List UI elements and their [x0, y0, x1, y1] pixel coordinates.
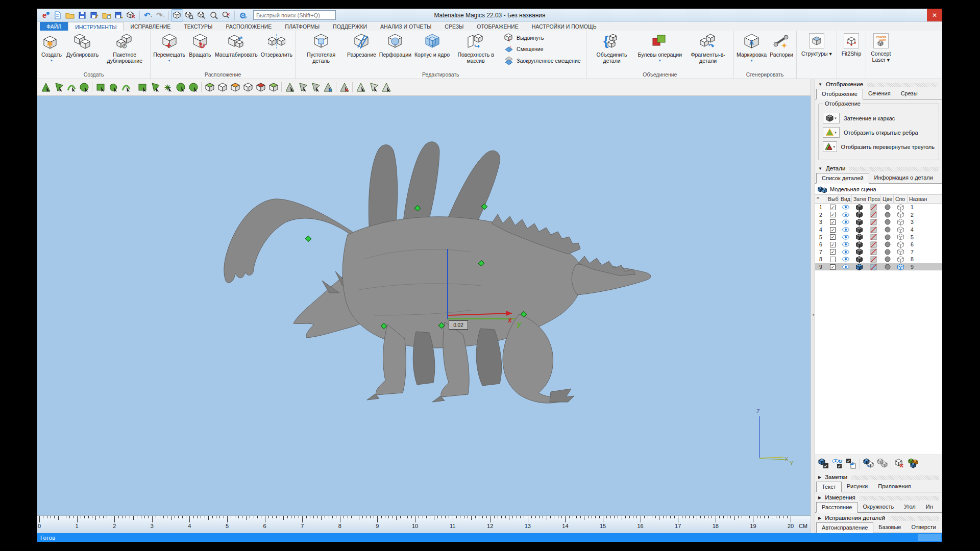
unmark-triangle-icon[interactable]: [283, 81, 296, 94]
column-header-5[interactable]: Цве: [881, 195, 894, 203]
mode-cube-icon[interactable]: [894, 241, 908, 248]
measurements-tab-угол[interactable]: Угол: [899, 502, 921, 512]
ribbon-button-concept-laser[interactable]: CONCEPTLASER ConceptLaser ▾: [866, 31, 895, 79]
parts-tab-список-деталей[interactable]: Список деталей: [816, 173, 869, 184]
openedge-icon-button[interactable]: ▾: [823, 127, 840, 138]
visibility-eye-icon[interactable]: [839, 211, 852, 219]
shading-cube-icon[interactable]: [852, 248, 866, 256]
transparency-icon[interactable]: [866, 256, 881, 263]
column-header-4[interactable]: Проз: [866, 195, 881, 203]
column-header-3[interactable]: Затен: [852, 195, 866, 203]
table-row[interactable]: 4✓ 4: [815, 226, 942, 234]
delete-part-icon[interactable]: ✕: [893, 457, 906, 470]
mode-cube-icon[interactable]: [894, 263, 908, 271]
visibility-eye-icon[interactable]: [839, 256, 852, 263]
select-all-parts-icon[interactable]: ✓: [817, 457, 830, 470]
ribbon-button-пакетное-дублирование[interactable]: ⚙Пакетное дублирование: [100, 31, 149, 64]
color-icon[interactable]: [881, 211, 894, 219]
shading-cube-icon[interactable]: [852, 204, 866, 211]
tool-triangle-c-icon[interactable]: [380, 81, 393, 94]
tab-поддержки[interactable]: ПОДДЕРЖКИ: [326, 22, 374, 31]
transparency-icon[interactable]: [866, 218, 881, 226]
ribbon-button-fit2ship[interactable]: Fit2Ship: [837, 31, 866, 79]
quick-search-input[interactable]: [253, 10, 336, 20]
measurements-tab-окружность[interactable]: Окружность: [857, 502, 899, 512]
mark-curve-icon[interactable]: [65, 81, 78, 94]
ribbon-button-перфорации[interactable]: Перфорации: [378, 31, 413, 58]
selected-checkbox[interactable]: [830, 257, 836, 262]
tab-расположение[interactable]: РАСПОЛОЖЕНИЕ: [219, 22, 278, 31]
table-row[interactable]: 2✓ 2: [815, 211, 942, 219]
cube-red-select-icon[interactable]: [254, 81, 267, 94]
parts-section-header[interactable]: ▼ Детали: [815, 163, 942, 173]
app-logo-icon[interactable]: e: [40, 10, 51, 21]
invtri-icon-button[interactable]: ▾: [823, 141, 837, 152]
ribbon-button-структуры[interactable]: Структуры ▾: [796, 31, 837, 79]
table-row[interactable]: 7✓ 7: [815, 248, 942, 256]
cube-plain-select-icon[interactable]: [216, 81, 229, 94]
fill-select-icon[interactable]: [187, 81, 200, 94]
ribbon-button-масштабировать[interactable]: ↗Масштабировать: [213, 31, 259, 58]
panel-splitter[interactable]: ◂: [811, 79, 815, 533]
shading-cube-icon[interactable]: [852, 233, 866, 241]
part-fixing-tab-автоисправление[interactable]: Автоисправление: [816, 522, 873, 533]
color-icon[interactable]: [881, 241, 894, 248]
column-header-1[interactable]: Выб: [826, 195, 839, 203]
fit-view-icon[interactable]: [172, 10, 183, 21]
shading-cube-icon[interactable]: [852, 256, 866, 263]
ribbon-button-отзеркалить[interactable]: Отзеркалить: [259, 31, 294, 58]
ribbon-button-создать[interactable]: ✱Создать▾: [38, 31, 65, 63]
display-tab-отображение[interactable]: Отображение: [816, 89, 863, 99]
ribbon-button-булевы-операции[interactable]: Булевы операции▾: [636, 31, 683, 63]
visibility-eye-icon[interactable]: [839, 263, 852, 271]
mark-triangle-icon[interactable]: [39, 81, 52, 94]
table-row[interactable]: 3✓ 3: [815, 218, 942, 226]
visibility-eye-icon[interactable]: [839, 248, 852, 256]
tab-инструменты[interactable]: ИНСТРУМЕНТЫ: [68, 22, 124, 31]
export-part-icon[interactable]: ↘: [113, 10, 125, 21]
ribbon-button-корпус-и-ядро[interactable]: Корпус и ядро: [413, 31, 451, 58]
undo-icon[interactable]: ↶▾: [142, 10, 154, 21]
selected-checkbox[interactable]: ✓: [830, 227, 836, 233]
open-file-icon[interactable]: [64, 10, 76, 21]
color-icon[interactable]: [881, 218, 894, 226]
display-tab-срезы[interactable]: Срезы: [896, 89, 923, 99]
ribbon-button-поверхность-в-массив[interactable]: ↪Поверхность в массив: [451, 31, 500, 64]
display-section-header[interactable]: ▼ Отображение: [815, 79, 942, 89]
mode-cube-icon[interactable]: [894, 226, 908, 234]
notes-section-header[interactable]: ▶Заметки: [815, 472, 942, 482]
show-selected-icon[interactable]: 👁: [862, 457, 875, 470]
column-header-0[interactable]: ^: [815, 195, 826, 203]
star-select-icon[interactable]: ✳: [161, 81, 174, 94]
tool-triangle-b-icon[interactable]: [367, 81, 380, 94]
notes-tab-рисунки[interactable]: Рисунки: [842, 482, 873, 492]
settings-gear-icon[interactable]: ⚙: [237, 10, 249, 21]
ribbon-button-объединить-детали[interactable]: { Объединить детали: [587, 31, 636, 64]
zoom-part-icon[interactable]: [184, 10, 195, 21]
table-row[interactable]: 8 8: [815, 256, 942, 263]
transparency-icon[interactable]: [866, 263, 881, 271]
tab-отображение[interactable]: ОТОБРАЖЕНИЕ: [470, 22, 525, 31]
mode-cube-icon[interactable]: [894, 218, 908, 226]
cube-green-select-icon[interactable]: [267, 81, 280, 94]
ribbon-button-смещение[interactable]: ↑Смещение: [504, 44, 581, 54]
ribbon-button-маркировка[interactable]: AМаркировка▾: [735, 31, 768, 63]
shading-cube-icon[interactable]: [852, 218, 866, 226]
transparency-icon[interactable]: [866, 241, 881, 248]
mode-cube-icon[interactable]: [894, 211, 908, 219]
transparency-icon[interactable]: [866, 233, 881, 241]
visibility-eye-icon[interactable]: [839, 226, 852, 234]
shading-cube-icon[interactable]: [852, 226, 866, 234]
ribbon-button-распорки[interactable]: ✦Распорки: [768, 31, 795, 58]
zoom-in-icon[interactable]: [208, 10, 219, 21]
tab-анализ-и-отчеты[interactable]: АНАЛИЗ И ОТЧЕТЫ: [374, 22, 438, 31]
color-icon[interactable]: [881, 226, 894, 234]
color-icon[interactable]: [881, 233, 894, 241]
import-part-icon[interactable]: [101, 10, 112, 21]
parts-tab-информация-о-детали[interactable]: Информация о детали: [869, 173, 938, 183]
selected-checkbox[interactable]: ✓: [830, 234, 836, 240]
measurements-section-header[interactable]: ▶Измерения: [815, 492, 942, 502]
transparency-icon[interactable]: [866, 204, 881, 211]
delete-marked-icon[interactable]: ✕: [338, 81, 351, 94]
brush-select-icon[interactable]: [149, 81, 161, 94]
